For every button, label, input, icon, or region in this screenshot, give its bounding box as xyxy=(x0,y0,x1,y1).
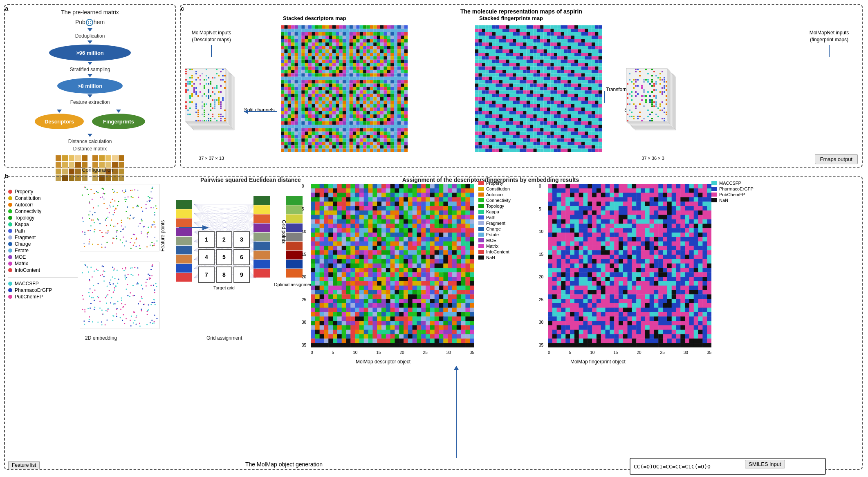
optimal-canvas xyxy=(286,196,303,278)
legend-text-property: Property xyxy=(486,181,503,186)
legend-fp-pharmacoergfp: PharmacoErGFP xyxy=(711,186,777,191)
scatter-bottom-canvas xyxy=(80,262,159,329)
legend-fp-text-nan: NaN xyxy=(719,198,728,203)
optimal-label: Optimal assignment xyxy=(274,282,314,287)
legend-desc-infocontent: InfoContent xyxy=(478,249,542,254)
legend-rect-fp-pharmacoergfp xyxy=(711,187,717,191)
legend-text-infocontent: InfoContent xyxy=(486,249,509,254)
legend-desc-kappa: Kappa xyxy=(478,209,542,214)
feature-name-matrix: Matrix xyxy=(15,261,28,266)
pubchem-logo: PubChem xyxy=(9,19,171,26)
molmap-gen-label: The MolMap object generation xyxy=(245,461,323,468)
feature-name-infocontent: InfoContent xyxy=(15,267,40,273)
desc-x-labels: 0 5 10 15 20 25 30 35 xyxy=(311,350,474,355)
feature-list: PropertyConstitutionAutocorrConnectivity… xyxy=(8,188,78,300)
legend-text-topology: Topology xyxy=(486,204,504,208)
legend-rect-matrix xyxy=(478,244,484,248)
stacked-fp-pages: 37 × 36 × 3 xyxy=(626,68,680,161)
feature-name-topology: Topology xyxy=(15,215,34,221)
pairwise-title: Pairwise squared Euclidean distance xyxy=(200,177,301,183)
arrow-dedup xyxy=(87,28,92,31)
fingerprints-oval: Fingerprints xyxy=(92,114,145,129)
feature-name-charge: Charge xyxy=(15,241,31,247)
grid-assign-label: Grid assignment xyxy=(206,335,242,341)
grid-points-canvas xyxy=(253,196,270,278)
feature-name-estate: Estate xyxy=(15,248,29,253)
feature-item-charge: Charge xyxy=(8,241,78,247)
scatter-top-canvas xyxy=(80,184,159,251)
feature-dot-topology xyxy=(8,216,12,220)
feature-list-items: PropertyConstitutionAutocorrConnectivity… xyxy=(8,189,78,273)
fp-x-labels: 0 5 10 15 20 25 30 35 xyxy=(548,350,711,355)
embedding-top xyxy=(80,184,159,251)
arrow-dedup2 xyxy=(87,40,92,44)
panel-a: The pre-learned matrix PubChem Deduplica… xyxy=(4,4,176,168)
feature-dot-pharmacoergfp xyxy=(8,288,12,292)
arrow-96m xyxy=(87,62,92,65)
legend-rect-topology xyxy=(478,204,484,208)
descriptor-obj-label: MolMap descriptor object xyxy=(356,359,410,365)
grid-cell-6: 6 xyxy=(233,249,250,265)
legend-desc-property: Property xyxy=(478,181,542,186)
arrow-strat xyxy=(87,74,92,77)
feature-item-topology: Topology xyxy=(8,215,78,221)
color-bar-container: Feature points xyxy=(176,200,192,282)
desc-y-labels: 0 5 10 15 20 25 30 35 xyxy=(302,184,306,347)
fingerprint-obj-label: MolMap fingerprint object xyxy=(570,359,626,365)
feature-item-property: Property xyxy=(8,189,78,195)
fmaps-output-box: Fmaps output xyxy=(815,154,858,164)
legend-rect-fp-nan xyxy=(711,198,717,202)
grid-cell-2: 2 xyxy=(216,231,232,248)
target-grid-container: 123456789 Target grid xyxy=(198,229,250,290)
legend-text-estate: Estate xyxy=(486,232,499,237)
feature-item-moe: MOE xyxy=(8,254,78,260)
fp-map-canvas xyxy=(475,25,602,152)
legend-text-connectivity: Connectivity xyxy=(486,198,511,203)
molmapnet-desc-label: MolMapNet inputs(Descriptor maps) xyxy=(187,29,236,59)
legend-desc-estate: Estate xyxy=(478,232,542,237)
legend-rect-charge xyxy=(478,227,484,231)
legend-rect-constitution xyxy=(478,187,484,191)
arrow-split-1 xyxy=(244,111,277,112)
legend-text-nan: NaN xyxy=(486,255,495,260)
feature-item-pharmacoergfp: PharmacoErGFP xyxy=(8,287,78,293)
feature-dot-path xyxy=(8,229,12,233)
legend-rect-connectivity xyxy=(478,198,484,202)
feature-name-moe: MOE xyxy=(15,254,26,260)
legend-rect-autocorr xyxy=(478,193,484,197)
legend-desc-fragment: Fragment xyxy=(478,221,542,226)
target-grid-label: Target grid xyxy=(198,285,250,290)
embedding-bottom xyxy=(80,262,159,329)
feature-item-maccsfp: MACCSFP xyxy=(8,281,78,287)
stacked-desc-pages: 37 × 37 × 13 xyxy=(185,68,238,161)
smiles-box[interactable]: CC(=O)OC1=CC=CC=C1C(=O)O xyxy=(630,458,826,475)
legend-rect-path xyxy=(478,215,484,219)
stacked-desc-canvas xyxy=(185,68,238,154)
descriptor-obj-container: 0 5 10 15 20 25 30 35 0 5 10 15 20 25 30… xyxy=(311,184,474,347)
stacked-fp-map-label: Stacked fingerprints map xyxy=(479,15,543,21)
feature-item-infocontent: InfoContent xyxy=(8,267,78,273)
stratified-label: Stratified sampling xyxy=(70,67,110,72)
smiles-label: SMILES input xyxy=(745,460,785,468)
feature-name-autocorr: Autocorr xyxy=(15,202,33,208)
feature-item-estate: Estate xyxy=(8,248,78,253)
distance-calc-label: Distance calculation xyxy=(68,139,112,144)
pubchem-text: PubChem xyxy=(75,19,105,26)
legend-desc-nan: NaN xyxy=(478,255,542,260)
feature-list-label: Feature list xyxy=(8,461,40,469)
fp-label-arrow xyxy=(179,219,211,237)
feature-name-pharmacoergfp: PharmacoErGFP xyxy=(15,287,52,293)
feature-dot-infocontent xyxy=(8,268,12,272)
color-bar-canvas xyxy=(176,200,192,282)
feature-item-matrix: Matrix xyxy=(8,261,78,266)
molmapnet-fp-text: MolMapNet inputs(fingerprint maps) xyxy=(803,29,856,43)
legend-fp-text-pubchemfp: PubChemFP xyxy=(719,192,745,197)
stacked-desc-map-container xyxy=(281,25,408,152)
legend-text-fragment: Fragment xyxy=(486,221,505,226)
stacked-fp-map-container xyxy=(475,25,602,152)
target-grid: 123456789 xyxy=(198,231,250,283)
feature-name-pubchemfp: PubChemFP xyxy=(15,294,43,300)
feature-dot-charge xyxy=(8,242,12,246)
dim-fp-label: 37 × 36 × 3 xyxy=(626,156,680,161)
smiles-value: CC(=O)OC1=CC=CC=C1C(=O)O xyxy=(634,464,711,470)
